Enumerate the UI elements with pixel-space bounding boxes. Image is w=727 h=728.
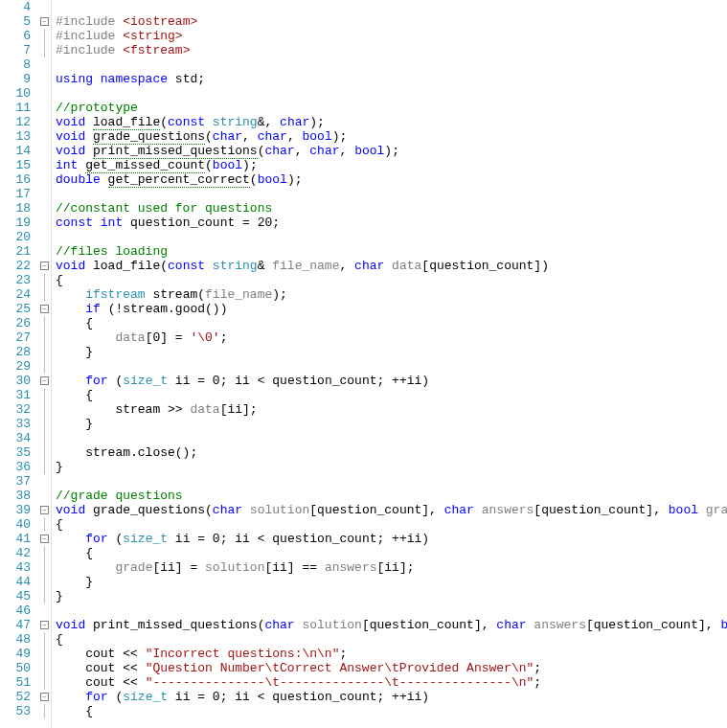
code-line[interactable]: void grade_questions(char solution[quest… — [56, 503, 727, 517]
token-ident: ; — [339, 647, 347, 661]
token-cls: ifstream — [85, 287, 152, 302]
code-line[interactable]: stream.close(); — [56, 445, 727, 460]
code-line[interactable]: void grade_questions(char, char, bool); — [56, 129, 727, 144]
fold-indicator[interactable]: − — [38, 618, 51, 632]
token-param: answers — [534, 618, 586, 632]
code-line[interactable]: data[0] = '\0'; — [56, 330, 727, 345]
code-line[interactable]: double get_percent_correct(bool); — [56, 172, 727, 187]
code-line[interactable]: } — [56, 575, 727, 589]
token-ident: grade_questions( — [93, 503, 213, 517]
line-number: 38 — [0, 489, 31, 503]
fold-toggle-icon[interactable]: − — [40, 506, 49, 514]
line-number: 40 — [0, 517, 31, 532]
code-line[interactable]: for (size_t ii = 0; ii < question_count;… — [56, 374, 727, 388]
fold-indicator[interactable]: − — [38, 374, 51, 388]
code-line[interactable] — [56, 474, 727, 489]
code-line[interactable]: { — [56, 632, 727, 647]
code-line[interactable] — [56, 187, 727, 201]
token-inc: <string> — [123, 29, 182, 43]
fold-toggle-icon[interactable]: − — [40, 262, 49, 270]
fold-line-icon — [44, 431, 45, 445]
line-number: 45 — [0, 589, 31, 603]
code-line[interactable]: ifstream stream(file_name); — [56, 287, 727, 302]
code-line[interactable]: cout << "Incorrect questions:\n\n"; — [56, 647, 727, 661]
code-line[interactable]: //constant used for questions — [56, 201, 727, 216]
code-line[interactable]: } — [56, 589, 727, 603]
code-line[interactable]: int get_missed_count(bool); — [56, 158, 727, 172]
fold-indicator[interactable]: − — [38, 532, 51, 546]
code-line[interactable] — [56, 431, 727, 445]
fold-indicator[interactable]: − — [38, 302, 51, 316]
code-editor-area[interactable]: #include <iostream>#include <string>#inc… — [52, 0, 727, 728]
fold-toggle-icon[interactable]: − — [40, 376, 49, 385]
code-line[interactable]: const int question_count = 20; — [56, 216, 727, 230]
code-line[interactable] — [56, 86, 727, 101]
token-param: file_name — [205, 287, 272, 302]
code-line[interactable]: } — [56, 345, 727, 359]
token-ident: [ii]; — [377, 560, 415, 575]
fold-indicator — [38, 57, 51, 72]
fold-indicator[interactable]: − — [38, 503, 51, 517]
code-line[interactable] — [56, 0, 727, 14]
code-line[interactable]: { — [56, 388, 727, 402]
token-kw: char — [264, 144, 294, 158]
token-ident: ; — [534, 675, 541, 690]
code-line[interactable]: #include <iostream> — [56, 14, 727, 29]
code-line[interactable]: stream >> data[ii]; — [56, 402, 727, 417]
token-kw: void — [56, 129, 93, 144]
code-line[interactable] — [56, 359, 727, 374]
code-line[interactable]: for (size_t ii = 0; ii < question_count;… — [56, 532, 727, 546]
fold-indicator — [38, 0, 51, 14]
code-line[interactable] — [56, 603, 727, 618]
fold-toggle-icon[interactable]: − — [40, 621, 49, 629]
token-str: "Question Number\tCorrect Answer\tProvid… — [146, 661, 534, 675]
token-param: solution — [205, 560, 264, 575]
token-ident: [ii] = — [152, 560, 205, 575]
code-line[interactable]: //prototype — [56, 101, 727, 115]
code-line[interactable]: void load_file(const string&, char); — [56, 115, 727, 129]
code-line[interactable]: if (!stream.good()) — [56, 302, 727, 316]
code-line[interactable]: //files loading — [56, 244, 727, 259]
token-ident — [56, 287, 85, 302]
code-line[interactable]: //grade questions — [56, 489, 727, 503]
code-line[interactable]: cout << "---------------\t--------------… — [56, 675, 727, 690]
fold-indicator — [38, 273, 51, 287]
code-line[interactable]: grade[ii] = solution[ii] == answers[ii]; — [56, 560, 727, 575]
fold-indicator[interactable]: − — [38, 14, 51, 29]
code-line[interactable]: #include <string> — [56, 29, 727, 43]
token-ident: } — [56, 575, 93, 589]
fold-line-icon — [44, 316, 45, 330]
fold-toggle-icon[interactable]: − — [40, 693, 49, 701]
code-line[interactable]: for (size_t ii = 0; ii < question_count;… — [56, 690, 727, 704]
code-line[interactable]: { — [56, 546, 727, 560]
token-func: get_percent_correct — [108, 172, 250, 188]
code-line[interactable]: void print_missed_questions(char solutio… — [56, 618, 727, 632]
code-line[interactable]: } — [56, 417, 727, 431]
fold-toggle-icon[interactable]: − — [40, 305, 49, 313]
fold-indicator — [38, 474, 51, 489]
code-line[interactable]: { — [56, 273, 727, 287]
code-line[interactable]: void load_file(const string& file_name, … — [56, 259, 727, 273]
fold-indicator — [38, 647, 51, 661]
code-line[interactable]: { — [56, 316, 727, 330]
token-kw: for — [85, 374, 115, 388]
token-ident: ; — [220, 330, 228, 345]
code-line[interactable]: #include <fstream> — [56, 43, 727, 57]
token-param: grade — [706, 503, 727, 517]
fold-toggle-icon[interactable]: − — [40, 535, 49, 543]
fold-indicator[interactable]: − — [38, 259, 51, 273]
code-line[interactable]: void print_missed_questions(char, char, … — [56, 144, 727, 158]
code-line[interactable]: { — [56, 704, 727, 718]
code-line[interactable]: } — [56, 460, 727, 474]
fold-toggle-icon[interactable]: − — [40, 17, 49, 26]
code-line[interactable]: cout << "Question Number\tCorrect Answer… — [56, 661, 727, 675]
code-line[interactable] — [56, 57, 727, 72]
line-number: 32 — [0, 402, 31, 417]
code-line[interactable]: { — [56, 517, 727, 532]
token-ident: ); — [309, 115, 325, 129]
token-ident: [question_count]) — [421, 259, 549, 273]
fold-indicator[interactable]: − — [38, 690, 51, 704]
token-ident: , — [242, 129, 258, 144]
code-line[interactable] — [56, 230, 727, 244]
code-line[interactable]: using namespace std; — [56, 72, 727, 86]
